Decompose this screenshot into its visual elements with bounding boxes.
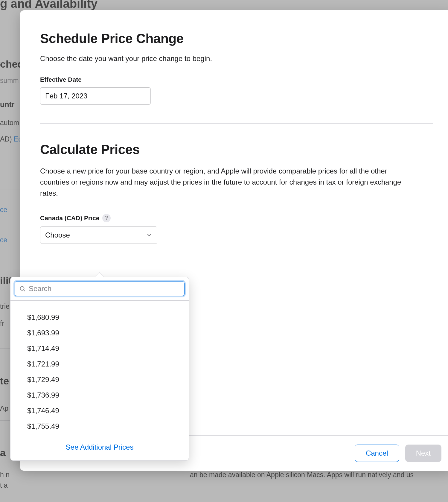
price-select-placeholder: Choose	[45, 231, 70, 239]
price-options-list: $1,680.99 $1,693.99 $1,714.49 $1,721.99 …	[10, 301, 189, 436]
price-option[interactable]: $1,729.49	[10, 372, 189, 387]
section-divider	[40, 123, 433, 124]
svg-line-1	[24, 290, 25, 291]
calculate-heading: Calculate Prices	[40, 142, 433, 157]
price-option[interactable]: $1,746.49	[10, 403, 189, 419]
search-icon	[19, 285, 26, 292]
search-container	[15, 281, 185, 296]
price-option[interactable]: $1,736.99	[10, 387, 189, 403]
calculate-description: Choose a new price for your base country…	[40, 165, 417, 199]
price-option[interactable]: $1,680.99	[10, 310, 189, 325]
schedule-heading: Schedule Price Change	[40, 31, 433, 46]
help-icon[interactable]: ?	[102, 214, 111, 222]
price-option[interactable]: $1,693.99	[10, 325, 189, 341]
price-select[interactable]: Choose	[40, 226, 157, 244]
price-dropdown: $1,680.99 $1,693.99 $1,714.49 $1,721.99 …	[10, 277, 189, 461]
dropdown-search-wrap	[10, 277, 189, 301]
search-input[interactable]	[29, 285, 180, 293]
effective-date-label: Effective Date	[40, 76, 433, 83]
price-option[interactable]: $1,755.49	[10, 419, 189, 434]
price-option[interactable]: $1,721.99	[10, 356, 189, 372]
cancel-button[interactable]: Cancel	[355, 445, 399, 462]
effective-date-input[interactable]: Feb 17, 2023	[40, 87, 151, 105]
price-option[interactable]: $1,714.49	[10, 341, 189, 356]
schedule-description: Choose the date you want your price chan…	[40, 54, 433, 63]
price-field-label: Canada (CAD) Price	[40, 215, 99, 222]
next-button: Next	[405, 445, 441, 462]
chevron-down-icon	[146, 232, 152, 238]
effective-date-value: Feb 17, 2023	[45, 92, 87, 100]
see-additional-prices-link[interactable]: See Additional Prices	[10, 436, 189, 460]
